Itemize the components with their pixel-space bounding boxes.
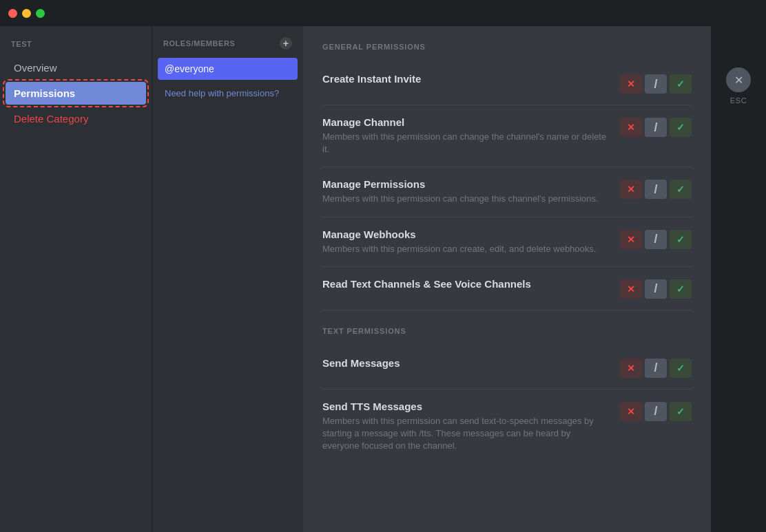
roles-panel: ROLES/MEMBERS + @everyone Need help with… [152,26,303,532]
permission-desc: Members with this permission can create,… [322,243,609,255]
window-controls [8,9,45,18]
permission-desc: Members with this permission can change … [322,131,609,156]
allow-button[interactable]: ✓ [670,118,692,137]
permission-info: Manage Channel Members with this permiss… [322,116,609,156]
role-item-everyone[interactable]: @everyone [158,58,298,80]
permission-controls: ✕ / ✓ [620,74,692,94]
neutral-button[interactable]: / [645,180,667,199]
permission-name: Send TTS Messages [322,401,609,412]
text-permissions-header: TEXT PERMISSIONS [322,327,692,335]
minimize-dot[interactable] [22,9,31,18]
permissions-panel: GENERAL PERMISSIONS Create Instant Invit… [303,26,711,532]
allow-button[interactable]: ✓ [670,359,692,378]
neutral-button[interactable]: / [645,74,667,94]
neutral-button[interactable]: / [645,402,667,421]
permission-controls: ✕ / ✓ [620,118,692,137]
allow-button[interactable]: ✓ [670,180,692,199]
titlebar [0,0,766,26]
sidebar-item-permissions[interactable]: Permissions [6,82,146,105]
sidebar: TEST Overview Permissions Delete Categor… [0,26,152,532]
main-layout: TEST Overview Permissions Delete Categor… [0,26,766,532]
deny-button[interactable]: ✕ [620,279,642,299]
permission-controls: ✕ / ✓ [620,279,692,299]
maximize-dot[interactable] [36,9,45,18]
permission-row-manage-permissions: Manage Permissions Members with this per… [322,167,692,217]
roles-panel-header: ROLES/MEMBERS + [158,37,298,52]
sidebar-section-label: TEST [6,37,146,51]
permission-controls: ✕ / ✓ [620,230,692,249]
permission-info: Send Messages [322,357,609,372]
allow-button[interactable]: ✓ [670,74,692,94]
permission-name: Send Messages [322,357,609,369]
deny-button[interactable]: ✕ [620,359,642,378]
sidebar-item-delete-category[interactable]: Delete Category [6,107,146,130]
permission-name: Manage Permissions [322,178,609,190]
deny-button[interactable]: ✕ [620,118,642,137]
permission-desc: Members with this permission can change … [322,193,609,205]
permission-info: Manage Webhooks Members with this permis… [322,228,609,255]
permission-controls: ✕ / ✓ [620,180,692,199]
esc-label: ESC [730,96,747,105]
permission-name: Manage Webhooks [322,228,609,240]
permission-controls: ✕ / ✓ [620,402,692,421]
allow-button[interactable]: ✓ [670,279,692,299]
neutral-button[interactable]: / [645,279,667,299]
permission-info: Manage Permissions Members with this per… [322,178,609,205]
permission-name: Manage Channel [322,116,609,128]
allow-button[interactable]: ✓ [670,402,692,421]
allow-button[interactable]: ✓ [670,230,692,249]
deny-button[interactable]: ✕ [620,230,642,249]
neutral-button[interactable]: / [645,359,667,378]
permission-info: Read Text Channels & See Voice Channels [322,278,609,292]
add-role-button[interactable]: + [280,37,292,50]
permission-info: Create Instant Invite [322,73,609,87]
permission-desc: Members with this permission can send te… [322,415,609,453]
permission-row-send-messages: Send Messages ✕ / ✓ [322,346,692,390]
deny-button[interactable]: ✕ [620,180,642,199]
sidebar-item-overview[interactable]: Overview [6,56,146,79]
permission-controls: ✕ / ✓ [620,359,692,378]
permission-row-read-text-channels: Read Text Channels & See Voice Channels … [322,267,692,310]
neutral-button[interactable]: / [645,118,667,137]
deny-button[interactable]: ✕ [620,74,642,94]
permission-name: Create Instant Invite [322,73,609,85]
neutral-button[interactable]: / [645,230,667,249]
close-dot[interactable] [8,9,17,18]
permission-row-create-instant-invite: Create Instant Invite ✕ / ✓ [322,62,692,105]
help-link[interactable]: Need help with permissions? [158,85,298,101]
general-permissions-header: GENERAL PERMISSIONS [322,43,692,51]
permission-row-send-tts: Send TTS Messages Members with this perm… [322,390,692,464]
deny-button[interactable]: ✕ [620,402,642,421]
esc-container: ✕ ESC [711,26,766,532]
permission-info: Send TTS Messages Members with this perm… [322,401,609,453]
permission-name: Read Text Channels & See Voice Channels [322,278,609,290]
permission-row-manage-channel: Manage Channel Members with this permiss… [322,105,692,167]
esc-button[interactable]: ✕ [726,67,751,92]
permission-row-manage-webhooks: Manage Webhooks Members with this permis… [322,217,692,267]
